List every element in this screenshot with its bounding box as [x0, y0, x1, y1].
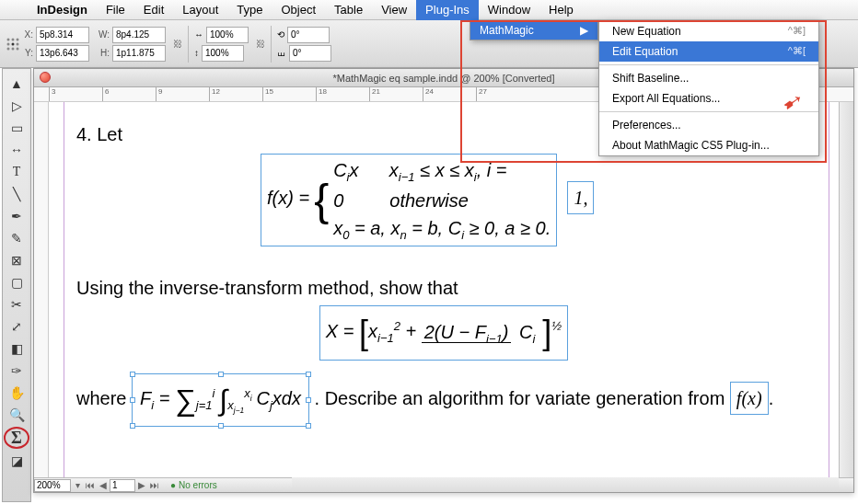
- input-scale-y[interactable]: [202, 45, 244, 62]
- svg-point-8: [17, 47, 19, 50]
- menu-help[interactable]: Help: [539, 0, 583, 20]
- equation-frame-3-selected[interactable]: Fi = ∑j=1i ∫xj−1xi Cjxdx: [132, 373, 309, 427]
- vertical-ruler: [34, 102, 49, 477]
- page-prev-button[interactable]: ◀: [97, 480, 110, 490]
- vertical-scrollbar[interactable]: [839, 102, 853, 477]
- pen-tool[interactable]: ✒: [5, 206, 29, 226]
- svg-point-0: [7, 38, 10, 40]
- label-w: W:: [97, 29, 110, 40]
- system-menubar: InDesign File Edit Layout Type Object Ta…: [0, 0, 858, 20]
- app-menu[interactable]: InDesign: [28, 0, 97, 20]
- rectangle-tool[interactable]: ▢: [5, 272, 29, 292]
- menu-export-all[interactable]: Export All Equations...: [599, 88, 818, 109]
- page-field[interactable]: [110, 479, 135, 492]
- submenu-mathmagic[interactable]: MathMagic ▶: [470, 21, 597, 40]
- reference-point-icon[interactable]: [6, 37, 20, 52]
- menu-view[interactable]: View: [372, 0, 416, 20]
- body-text: . Describe an algorithm for variate gene…: [315, 388, 730, 408]
- label-y: Y:: [20, 48, 33, 58]
- menu-object[interactable]: Object: [272, 0, 326, 20]
- rectangle-frame-tool[interactable]: ⊠: [5, 250, 29, 270]
- gap-tool[interactable]: ↔: [5, 140, 29, 160]
- menu-separator: [599, 111, 818, 112]
- document-title-text: *MathMagic eq sample.indd @ 200% [Conver…: [332, 73, 554, 84]
- page-last-button[interactable]: ⏭: [148, 480, 161, 490]
- selection-tool[interactable]: ▲: [5, 74, 29, 94]
- status-bar: ▾ ⏮ ◀ ▶ ⏭ No errors: [34, 477, 853, 492]
- menu-edit[interactable]: Edit: [134, 0, 173, 20]
- menu-preferences[interactable]: Preferences...: [599, 115, 818, 135]
- page-tool[interactable]: ▭: [5, 118, 29, 138]
- hand-tool[interactable]: ✋: [5, 383, 29, 403]
- equation-frame-1b[interactable]: 1,: [567, 181, 594, 214]
- input-w[interactable]: [112, 27, 166, 43]
- menu-window[interactable]: Window: [479, 0, 539, 20]
- menu-edit-equation[interactable]: Edit Equation ^⌘[: [599, 41, 818, 62]
- tool-panel: ▲ ▷ ▭ ↔ T ╲ ✒ ✎ ⊠ ▢ ✂ ⤢ ◧ ✑ ✋ 🔍 Σ ◪: [2, 68, 31, 502]
- body-text: .: [769, 388, 774, 408]
- body-text: where: [76, 388, 132, 408]
- text-frame[interactable]: 4. Let f(x) = { Cix xi−1 ≤ x ≤ xi, i = 0: [76, 120, 811, 427]
- menu-file[interactable]: File: [97, 0, 134, 20]
- scissors-tool[interactable]: ✂: [5, 294, 29, 315]
- page-first-button[interactable]: ⏮: [84, 480, 97, 490]
- body-text: 4. Let: [76, 124, 122, 144]
- direct-selection-tool[interactable]: ▷: [5, 96, 29, 116]
- input-x[interactable]: [36, 27, 89, 43]
- submenu-arrow-icon: ▶: [580, 24, 588, 37]
- input-y[interactable]: [36, 45, 89, 62]
- menu-separator: [599, 64, 818, 65]
- zoom-field[interactable]: [34, 479, 71, 492]
- page-next-button[interactable]: ▶: [135, 480, 148, 490]
- horizontal-scrollbar[interactable]: [292, 477, 839, 492]
- free-transform-tool[interactable]: ⤢: [5, 316, 29, 337]
- menu-new-equation[interactable]: New Equation ^⌘]: [599, 21, 818, 41]
- preflight-status[interactable]: No errors: [170, 480, 217, 490]
- svg-point-6: [7, 47, 10, 50]
- equation-frame-1[interactable]: f(x) = { Cix xi−1 ≤ x ≤ xi, i = 0 otherw…: [261, 154, 557, 246]
- menu-table[interactable]: Table: [325, 0, 372, 20]
- menu-type[interactable]: Type: [227, 0, 272, 20]
- menu-about[interactable]: About MathMagic CS5 Plug-in...: [599, 135, 818, 155]
- eyedropper-tool[interactable]: ✑: [5, 361, 29, 381]
- shear-icon: ⧢: [277, 48, 286, 58]
- type-tool[interactable]: T: [5, 162, 29, 182]
- body-text: Using the inverse-transform method, show…: [76, 278, 458, 298]
- gradient-tool[interactable]: ◧: [5, 338, 29, 359]
- link-wh-icon[interactable]: ⛓: [173, 39, 182, 49]
- label-h: H:: [97, 48, 110, 58]
- menu-layout[interactable]: Layout: [173, 0, 227, 20]
- svg-point-5: [17, 42, 19, 45]
- input-shear[interactable]: [289, 45, 331, 62]
- input-h[interactable]: [112, 45, 166, 62]
- svg-point-4: [12, 42, 15, 45]
- scale-x-icon: ↔: [194, 29, 203, 40]
- plugins-submenu: MathMagic ▶: [470, 20, 598, 40]
- equation-frame-fx[interactable]: f(x): [730, 382, 769, 415]
- zoom-dropdown-icon[interactable]: ▾: [71, 480, 84, 490]
- pencil-tool[interactable]: ✎: [5, 228, 29, 248]
- svg-point-7: [12, 47, 15, 50]
- menu-shift-baseline[interactable]: Shift Baseline...: [599, 68, 818, 88]
- svg-point-2: [17, 38, 19, 40]
- input-rotate[interactable]: [287, 27, 330, 43]
- svg-point-1: [12, 38, 15, 40]
- zoom-tool[interactable]: 🔍: [5, 405, 29, 425]
- label-x: X:: [20, 29, 33, 40]
- mathmagic-menu: New Equation ^⌘] Edit Equation ^⌘[ Shift…: [598, 20, 819, 156]
- menu-plugins[interactable]: Plug-Ins: [416, 0, 479, 20]
- equation-frame-2[interactable]: X = [xi−12 + 2(U − Fi−1) Ci ]½: [319, 305, 568, 361]
- window-close-button[interactable]: [40, 72, 51, 83]
- svg-point-3: [7, 42, 10, 45]
- mathmagic-tool-icon[interactable]: Σ: [4, 427, 29, 449]
- scale-y-icon: ↕: [194, 48, 199, 58]
- fill-stroke-swatch[interactable]: ◪: [5, 451, 29, 471]
- document-canvas[interactable]: 4. Let f(x) = { Cix xi−1 ≤ x ≤ xi, i = 0: [49, 102, 839, 477]
- link-scale-icon[interactable]: ⛓: [256, 39, 265, 49]
- rotate-icon: ⟲: [277, 29, 284, 40]
- line-tool[interactable]: ╲: [5, 184, 29, 204]
- input-scale-x[interactable]: [206, 27, 249, 43]
